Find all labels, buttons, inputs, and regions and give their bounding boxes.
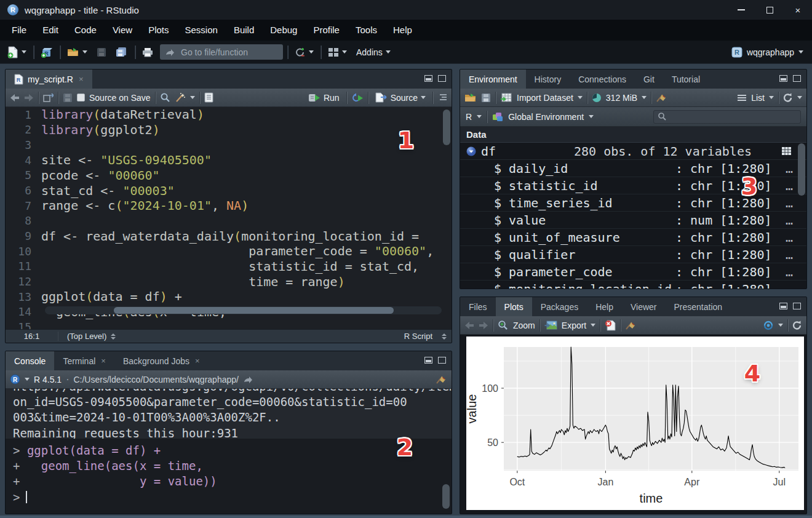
minimize-pane-icon[interactable] <box>779 75 787 82</box>
minimize-pane-icon[interactable] <box>424 357 432 364</box>
tab-background-jobs[interactable]: Background Jobs× <box>114 351 209 370</box>
forward-icon[interactable] <box>24 94 34 102</box>
close-tab-icon[interactable]: × <box>195 356 200 365</box>
env-field-value[interactable]: $ value: num [1:280]… <box>460 212 806 229</box>
code-line-13[interactable]: 13ggplot(data = df) + <box>6 289 452 305</box>
compile-report-icon[interactable] <box>204 92 213 103</box>
maximize-pane-icon[interactable] <box>438 75 446 82</box>
menu-session[interactable]: Session <box>177 20 226 41</box>
scope-selector[interactable]: (Top Level) <box>67 332 106 341</box>
menu-file[interactable]: File <box>4 20 34 41</box>
new-file-button[interactable] <box>5 44 29 60</box>
environment-search-box[interactable] <box>653 110 801 124</box>
run-button[interactable]: Run <box>306 91 342 105</box>
code-tools-caret[interactable] <box>190 96 195 99</box>
environment-scrollbar[interactable] <box>798 143 805 196</box>
code-tools-icon[interactable] <box>175 92 186 103</box>
menu-edit[interactable]: Edit <box>34 20 66 41</box>
editor-horizontal-scrollbar[interactable] <box>45 306 442 314</box>
save-workspace-icon[interactable] <box>481 93 491 103</box>
tab-environment[interactable]: Environment <box>460 70 526 89</box>
env-field-monitoring_location_id[interactable]: $ monitoring_location_id: chr [1:280]… <box>460 281 806 289</box>
maximize-pane-icon[interactable] <box>793 303 801 309</box>
code-editor[interactable]: 1library(dataRetrieval)2library(ggplot2)… <box>6 107 452 329</box>
minimize-button[interactable] <box>727 0 755 20</box>
save-script-icon[interactable] <box>63 93 73 103</box>
code-line-15[interactable]: 15 <box>6 319 452 329</box>
version-control-button[interactable] <box>292 45 316 60</box>
refresh-icon[interactable] <box>783 93 793 103</box>
code-line-4[interactable]: 4site <- "USGS-09405500" <box>6 153 452 168</box>
refresh-plot-icon[interactable] <box>792 321 802 330</box>
tab-packages[interactable]: Packages <box>532 297 587 316</box>
console-input[interactable]: > ggplot(data = df) ++ geom_line(aes(x =… <box>6 439 452 514</box>
open-new-window-icon[interactable] <box>43 93 54 102</box>
source-on-save-checkbox[interactable] <box>77 94 85 102</box>
tab-files[interactable]: Files <box>460 297 496 316</box>
save-button[interactable] <box>94 46 109 59</box>
clear-plots-icon[interactable] <box>625 320 637 330</box>
minimize-pane-icon[interactable] <box>779 303 787 309</box>
code-line-8[interactable]: 8 <box>6 213 452 229</box>
close-tab-icon[interactable]: × <box>101 356 106 365</box>
memory-usage-label[interactable]: 312 MiB <box>606 93 637 103</box>
goto-file-function-input[interactable] <box>180 47 278 58</box>
menu-plots[interactable]: Plots <box>140 20 177 41</box>
menu-profile[interactable]: Profile <box>305 20 348 41</box>
list-view-button[interactable]: List <box>751 93 765 103</box>
tab-history[interactable]: History <box>526 70 570 89</box>
code-line-2[interactable]: 2library(ggplot2) <box>6 122 452 138</box>
code-line-1[interactable]: 1library(dataRetrieval) <box>6 107 452 122</box>
console-output[interactable]: https://api.waterdata.usgs.gov/ogcapi/v0… <box>6 389 452 439</box>
env-field-parameter_code[interactable]: $ parameter_code: chr [1:280]… <box>460 263 806 281</box>
maximize-button[interactable] <box>755 0 784 20</box>
code-line-6[interactable]: 6stat_cd <- "00003" <box>6 183 452 198</box>
print-button[interactable] <box>140 46 156 59</box>
code-line-11[interactable]: 11 statistic_id = stat_cd, <box>6 259 452 274</box>
r-version-caret[interactable] <box>25 378 30 381</box>
tab-presentation[interactable]: Presentation <box>666 297 731 316</box>
editor-vertical-scrollbar[interactable] <box>443 108 450 330</box>
tab-connections[interactable]: Connections <box>570 70 635 89</box>
language-selector[interactable]: R <box>466 112 472 122</box>
open-file-button[interactable] <box>65 46 90 59</box>
env-field-unit_of_measure[interactable]: $ unit_of_measure: chr [1:280]… <box>460 229 806 246</box>
file-type-selector[interactable]: R Script <box>404 332 432 341</box>
env-field-qualifier[interactable]: $ qualifier: chr [1:280]… <box>460 246 806 263</box>
menu-view[interactable]: View <box>105 20 140 41</box>
menu-help[interactable]: Help <box>385 20 420 41</box>
back-icon[interactable] <box>10 94 20 102</box>
code-line-12[interactable]: 12 time = range) <box>6 274 452 289</box>
tab-console[interactable]: Console <box>6 351 54 370</box>
load-workspace-icon[interactable] <box>464 93 477 103</box>
find-replace-icon[interactable] <box>160 92 170 103</box>
tab-my-script[interactable]: R my_script.R × <box>6 70 92 89</box>
code-line-7[interactable]: 7range <- c("2024-10-01", NA) <box>6 198 452 213</box>
project-menu-button[interactable]: R wqgraphapp <box>731 47 807 58</box>
next-plot-icon[interactable] <box>479 321 488 330</box>
rerun-icon[interactable] <box>351 93 364 103</box>
close-tab-icon[interactable]: × <box>79 74 84 84</box>
code-line-10[interactable]: 10 parameter_code = "00060", <box>6 244 452 259</box>
tab-plots[interactable]: Plots <box>496 297 532 316</box>
menu-code[interactable]: Code <box>66 20 105 41</box>
menu-build[interactable]: Build <box>226 20 262 41</box>
close-button[interactable]: × <box>784 0 812 20</box>
code-line-3[interactable]: 3 <box>6 137 452 153</box>
document-outline-icon[interactable] <box>437 94 447 102</box>
addins-button[interactable]: Addins <box>354 46 393 59</box>
export-plot-button[interactable]: Export <box>562 321 586 330</box>
environment-selector[interactable]: Global Environment <box>508 112 584 122</box>
tab-help[interactable]: Help <box>587 297 622 316</box>
publish-icon[interactable] <box>763 321 774 330</box>
save-all-button[interactable] <box>113 45 130 59</box>
workspace-panes-button[interactable] <box>325 46 349 59</box>
zoom-plot-button[interactable]: Zoom <box>513 321 535 330</box>
tab-tutorial[interactable]: Tutorial <box>663 70 709 89</box>
remove-plot-icon[interactable] <box>605 320 616 331</box>
expand-icon[interactable] <box>466 146 476 156</box>
goto-directory-icon[interactable] <box>243 375 253 384</box>
previous-plot-icon[interactable] <box>464 321 474 330</box>
df-object-row[interactable]: df 280 obs. of 12 variables <box>460 143 806 160</box>
clear-console-icon[interactable] <box>436 374 447 385</box>
